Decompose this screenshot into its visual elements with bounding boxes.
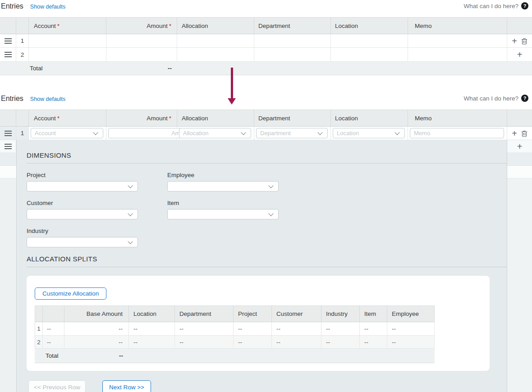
splits-row-number: 2 [35, 336, 43, 349]
gutter-stripe [0, 152, 16, 166]
question-icon[interactable]: ? [521, 95, 528, 102]
customize-allocation-button[interactable]: Customize Allocation [35, 287, 106, 300]
required-marker: * [57, 115, 60, 122]
gutter-area [507, 178, 532, 392]
row-number: 2 [16, 48, 29, 62]
customer-header: Customer [272, 305, 321, 322]
page-title: Entries [1, 2, 23, 10]
account-cell[interactable] [29, 34, 106, 48]
row-actions: + [507, 34, 532, 48]
add-row-icon[interactable]: + [512, 129, 517, 138]
employee-header: Employee [387, 305, 435, 322]
entries-grid-collapsed: Account* Amount* Allocation Department L… [0, 17, 532, 75]
splits-header-row: Base Amount Location Department Project … [35, 305, 435, 322]
allocation-cell: Allocation [177, 127, 254, 140]
industry-combobox[interactable] [27, 237, 138, 247]
customer-field: Customer [27, 200, 138, 219]
drag-handle-cell[interactable] [0, 140, 16, 153]
total-label: Total [46, 352, 59, 359]
industry-header: Industry [321, 305, 360, 322]
department-cell[interactable] [254, 48, 331, 62]
drag-handle-cell[interactable] [0, 34, 16, 48]
entries-header-top: Entries Show defaults What can I do here… [1, 2, 532, 12]
customer-combobox[interactable] [27, 209, 138, 219]
memo-cell[interactable] [408, 34, 507, 48]
add-row-icon[interactable]: + [512, 36, 517, 46]
table-row: 1 + [0, 34, 532, 48]
allocation-cell[interactable] [177, 34, 254, 48]
memo-column-header: Memo [408, 18, 507, 34]
allocation-combobox[interactable]: Allocation [179, 128, 251, 138]
account-column-header: Account* [29, 18, 106, 34]
splits-cell: -- [175, 322, 234, 336]
gutter-stripe [0, 166, 16, 178]
show-defaults-link[interactable]: Show defaults [30, 96, 66, 102]
account-combobox[interactable]: Account [31, 128, 103, 138]
splits-rownum-header [35, 305, 43, 322]
splits-cell: -- [43, 336, 64, 349]
department-cell: Department [254, 127, 331, 140]
location-cell: Location [331, 127, 408, 140]
location-cell[interactable] [331, 34, 408, 48]
splits-cell: -- [387, 336, 435, 349]
splits-cell: -- [234, 322, 272, 336]
allocation-column-header: Allocation [177, 18, 254, 34]
next-row-button[interactable]: Next Row >> [102, 380, 151, 392]
add-row-icon[interactable]: + [517, 142, 523, 151]
department-column-header: Department [254, 18, 331, 34]
location-header: Location [129, 305, 175, 322]
allocation-column-header: Allocation [177, 110, 254, 127]
project-field: Project [27, 172, 138, 191]
splits-row: 1 -- -- -- -- -- -- -- -- -- [35, 322, 435, 336]
table-row: 2 + [0, 48, 532, 62]
account-cell[interactable] [29, 48, 106, 62]
amount-cell[interactable] [106, 48, 177, 62]
account-column-header: Account* [29, 110, 106, 127]
department-combobox[interactable]: Department [256, 128, 328, 138]
splits-cell: -- [43, 322, 64, 336]
employee-combobox[interactable] [167, 181, 279, 191]
amount-cell [106, 127, 177, 140]
allocation-splits-heading: ALLOCATION SPLITS [27, 255, 507, 267]
location-column-header: Location [331, 18, 408, 34]
drag-handle-cell[interactable] [0, 127, 16, 140]
splits-row: 2 -- -- -- -- -- -- -- -- -- [35, 336, 435, 349]
help-link[interactable]: What can I do here? ? [463, 95, 528, 102]
industry-field: Industry [27, 228, 138, 247]
help-label: What can I do here? [463, 3, 518, 9]
drag-handle-icon[interactable] [5, 38, 12, 39]
drag-handle-icon[interactable] [5, 131, 12, 132]
show-defaults-link[interactable]: Show defaults [30, 4, 66, 10]
project-combobox[interactable] [27, 181, 138, 191]
add-row-icon[interactable]: + [517, 50, 523, 59]
memo-input[interactable] [410, 128, 504, 138]
location-cell[interactable] [331, 48, 408, 62]
memo-cell[interactable] [408, 48, 507, 62]
location-combobox[interactable]: Location [333, 128, 405, 138]
total-amount: -- [96, 352, 123, 359]
drag-handle-cell[interactable] [0, 48, 16, 62]
total-amount: -- [149, 65, 172, 72]
department-cell[interactable] [254, 34, 331, 48]
dimensions-row: Project Employee [27, 172, 507, 191]
delete-row-icon[interactable] [521, 130, 527, 137]
previous-row-button[interactable]: << Previous Row [28, 380, 86, 392]
splits-row-number: 1 [35, 322, 43, 336]
amount-cell[interactable] [106, 34, 177, 48]
entries-header-expanded: Entries Show defaults What can I do here… [1, 95, 532, 105]
delete-row-icon[interactable] [521, 37, 527, 45]
allocation-cell[interactable] [177, 48, 254, 62]
allocation-splits-card: Customize Allocation Base Amount Locatio… [27, 276, 490, 371]
splits-cell: -- [129, 336, 175, 349]
total-label: Total [30, 65, 43, 72]
help-link[interactable]: What can I do here? ? [463, 2, 528, 9]
drag-handle-icon[interactable] [5, 144, 12, 145]
splits-cell: -- [272, 322, 321, 336]
question-icon[interactable]: ? [521, 2, 528, 9]
memo-column-header: Memo [408, 110, 507, 127]
allocation-splits-table: Base Amount Location Department Project … [35, 305, 435, 363]
gutter-stripe [507, 166, 532, 178]
project-label: Project [27, 172, 138, 178]
drag-handle-icon[interactable] [5, 52, 12, 53]
item-combobox[interactable] [167, 209, 279, 219]
